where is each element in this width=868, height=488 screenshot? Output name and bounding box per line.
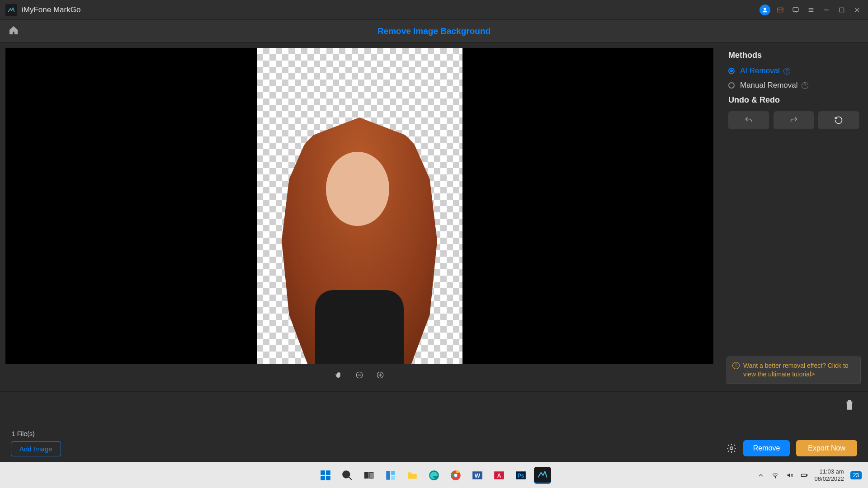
- svg-point-20: [343, 471, 349, 478]
- close-icon[interactable]: [852, 5, 863, 15]
- sub-header: Remove Image Background: [0, 20, 868, 42]
- svg-text:Ps: Ps: [518, 473, 524, 479]
- methods-heading: Methods: [728, 51, 859, 60]
- undo-redo-row: [728, 111, 859, 129]
- zoom-in-icon[interactable]: [375, 370, 385, 380]
- tutorial-tip-text: Want a better removal effect? Click to v…: [743, 361, 855, 379]
- svg-rect-22: [364, 472, 368, 478]
- title-bar: iMyFone MarkGo: [0, 0, 868, 20]
- markgo-taskbar-icon[interactable]: [534, 467, 551, 484]
- svg-rect-16: [321, 470, 325, 475]
- svg-line-21: [349, 477, 352, 480]
- notification-badge[interactable]: 23: [850, 471, 862, 479]
- tutorial-tip[interactable]: ! Want a better removal effect? Click to…: [726, 357, 861, 384]
- taskbar-center: W A Ps: [317, 467, 551, 484]
- method-ai-removal[interactable]: AI Removal ?: [728, 66, 859, 75]
- mode-title: Remove Image Background: [377, 26, 491, 36]
- start-button[interactable]: [317, 467, 334, 484]
- volume-icon[interactable]: [786, 471, 794, 479]
- word-icon[interactable]: W: [469, 467, 486, 484]
- help-icon[interactable]: ?: [802, 82, 808, 89]
- menu-icon[interactable]: [806, 5, 816, 15]
- svg-point-37: [775, 477, 775, 478]
- battery-icon[interactable]: [800, 471, 808, 479]
- method-ai-label: AI Removal: [740, 66, 780, 75]
- svg-rect-19: [326, 476, 330, 480]
- svg-point-0: [764, 8, 766, 10]
- wifi-icon[interactable]: [771, 471, 779, 479]
- tray-chevron-icon[interactable]: [757, 471, 765, 479]
- canvas-column: [0, 42, 719, 391]
- file-count: 1 File(s): [12, 430, 35, 437]
- minimize-icon[interactable]: [821, 5, 832, 15]
- photoshop-icon[interactable]: Ps: [512, 467, 529, 484]
- task-view-icon[interactable]: [360, 467, 377, 484]
- svg-rect-7: [840, 8, 844, 12]
- bottom-actions: Remove Export Now: [726, 440, 857, 456]
- undo-button[interactable]: [728, 111, 769, 129]
- taskbar-clock[interactable]: 11:03 am 08/02/2022: [815, 468, 844, 482]
- search-icon[interactable]: [339, 467, 356, 484]
- home-icon[interactable]: [8, 25, 21, 38]
- remove-button[interactable]: Remove: [743, 440, 790, 456]
- method-manual-removal[interactable]: Manual Removal ?: [728, 81, 859, 90]
- svg-rect-17: [326, 470, 330, 475]
- chrome-icon[interactable]: [447, 467, 464, 484]
- zoom-out-icon[interactable]: [354, 370, 364, 380]
- widgets-icon[interactable]: [382, 467, 399, 484]
- transparent-checker: [257, 48, 462, 364]
- export-button[interactable]: Export Now: [796, 440, 857, 456]
- undo-heading: Undo & Redo: [728, 95, 859, 105]
- svg-rect-25: [391, 471, 395, 475]
- reset-button[interactable]: [818, 111, 859, 129]
- redo-button[interactable]: [774, 111, 814, 129]
- maximize-icon[interactable]: [836, 5, 847, 15]
- user-account-icon[interactable]: [760, 5, 770, 15]
- subject-image: [267, 117, 452, 364]
- radio-dot-icon: [728, 68, 735, 74]
- taskbar-date: 08/02/2022: [815, 475, 844, 483]
- svg-point-30: [454, 474, 458, 477]
- radio-dot-icon: [728, 82, 735, 89]
- svg-text:W: W: [475, 472, 481, 479]
- windows-taskbar: W A Ps 11:03 am 08/02/2022 23: [0, 462, 868, 488]
- app-logo: [5, 4, 17, 16]
- svg-rect-18: [321, 476, 325, 480]
- info-icon: !: [732, 362, 740, 369]
- delete-button[interactable]: [844, 398, 855, 412]
- add-image-button[interactable]: Add Image: [11, 441, 61, 456]
- acrobat-icon[interactable]: A: [491, 467, 508, 484]
- svg-rect-1: [778, 8, 783, 12]
- settings-icon[interactable]: [726, 443, 737, 454]
- main-area: Methods AI Removal ? Manual Removal ? Un…: [0, 42, 868, 391]
- edge-icon[interactable]: [425, 467, 443, 484]
- pan-hand-icon[interactable]: [334, 370, 344, 380]
- thumbnail-strip: 1 File(s) Add Image Remove Export Now: [0, 391, 868, 462]
- svg-rect-2: [793, 7, 798, 11]
- svg-rect-41: [807, 474, 807, 476]
- method-manual-label: Manual Removal: [740, 81, 798, 90]
- svg-rect-40: [801, 474, 806, 476]
- file-explorer-icon[interactable]: [404, 467, 421, 484]
- help-icon[interactable]: ?: [783, 68, 790, 75]
- right-sidebar: Methods AI Removal ? Manual Removal ? Un…: [719, 42, 868, 391]
- image-canvas[interactable]: [5, 48, 713, 364]
- svg-text:A: A: [497, 473, 501, 479]
- svg-rect-23: [369, 472, 373, 478]
- mail-icon[interactable]: [775, 5, 786, 15]
- zoom-toolbar: [5, 364, 713, 386]
- svg-point-15: [730, 447, 733, 450]
- feedback-icon[interactable]: [790, 5, 801, 15]
- system-tray: 11:03 am 08/02/2022 23: [757, 468, 862, 482]
- svg-rect-24: [386, 471, 390, 480]
- svg-rect-26: [391, 476, 395, 480]
- taskbar-time: 11:03 am: [815, 468, 844, 475]
- app-title: iMyFone MarkGo: [22, 5, 80, 14]
